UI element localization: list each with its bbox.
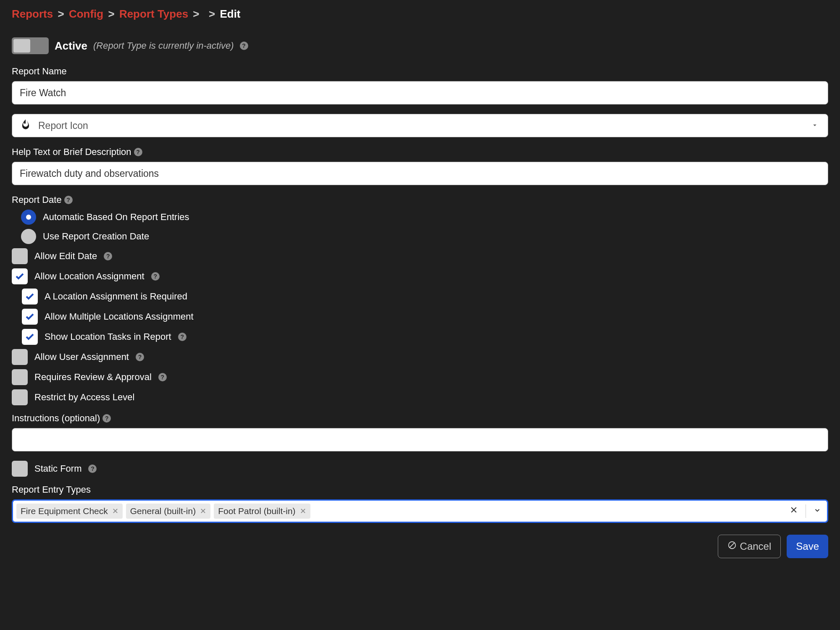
allow-edit-date-label: Allow Edit Date [34, 251, 97, 262]
restrict-access-label: Restrict by Access Level [34, 392, 134, 403]
help-icon[interactable]: ? [134, 148, 142, 156]
tag-remove-icon[interactable]: ✕ [200, 507, 206, 516]
instructions-label: Instructions (optional) ? [12, 413, 828, 424]
checkbox [22, 289, 38, 304]
flame-icon [20, 118, 32, 133]
allow-multi-location-label: Allow Multiple Locations Assignment [45, 311, 194, 322]
breadcrumb-reports[interactable]: Reports [12, 8, 53, 20]
checkbox [12, 248, 28, 264]
help-icon[interactable]: ? [64, 196, 73, 204]
entry-type-tag: Foot Patrol (built-in) ✕ [214, 504, 310, 519]
help-icon[interactable]: ? [136, 353, 144, 361]
help-icon[interactable]: ? [158, 373, 167, 381]
instructions-label-text: Instructions (optional) [12, 413, 100, 424]
entry-types-label: Report Entry Types [12, 484, 828, 495]
tag-label: General (built-in) [130, 506, 196, 516]
caret-down-icon [811, 120, 819, 131]
requires-review-row[interactable]: Requires Review & Approval ? [12, 369, 828, 385]
allow-location-label: Allow Location Assignment [34, 271, 144, 282]
location-required-label: A Location Assignment is Required [45, 291, 187, 302]
active-toggle[interactable] [12, 37, 49, 54]
cancel-label: Cancel [740, 541, 772, 552]
report-icon-placeholder: Report Icon [38, 120, 88, 131]
radio-creation-date[interactable]: Use Report Creation Date [21, 229, 828, 244]
save-label: Save [796, 541, 819, 552]
active-label: Active [55, 39, 87, 52]
report-date-label-text: Report Date [12, 194, 62, 205]
tag-remove-icon[interactable]: ✕ [112, 507, 118, 516]
save-button[interactable]: Save [787, 535, 828, 558]
static-form-row[interactable]: Static Form ? [12, 461, 828, 477]
requires-review-label: Requires Review & Approval [34, 372, 152, 383]
help-icon[interactable]: ? [88, 465, 97, 473]
radio-indicator [21, 229, 36, 244]
allow-user-label: Allow User Assignment [34, 352, 129, 362]
radio-auto-date[interactable]: Automatic Based On Report Entries [21, 210, 828, 225]
show-location-tasks-row[interactable]: Show Location Tasks in Report ? [22, 329, 828, 345]
entry-type-tag: Fire Equipment Check ✕ [16, 504, 123, 519]
breadcrumb-current: Edit [220, 8, 240, 20]
breadcrumb-sep: > [191, 8, 201, 20]
cancel-icon [727, 541, 737, 552]
breadcrumb-sep: > [56, 8, 66, 20]
tag-label: Fire Equipment Check [21, 506, 108, 516]
checkbox [12, 389, 28, 405]
divider [806, 504, 806, 518]
allow-multi-location-row[interactable]: Allow Multiple Locations Assignment [22, 309, 828, 325]
tag-label: Foot Patrol (built-in) [218, 506, 295, 516]
breadcrumb-config[interactable]: Config [69, 8, 103, 20]
help-text-label-text: Help Text or Brief Description [12, 147, 131, 158]
help-icon[interactable]: ? [104, 252, 112, 260]
report-name-input[interactable] [12, 81, 828, 105]
checkbox [12, 369, 28, 385]
clear-all-icon[interactable] [790, 506, 798, 517]
checkbox [22, 329, 38, 345]
help-icon[interactable]: ? [178, 333, 186, 341]
chevron-down-icon[interactable] [814, 506, 821, 517]
radio-creation-label: Use Report Creation Date [43, 231, 149, 242]
radio-indicator [21, 210, 36, 225]
active-sublabel: (Report Type is currently in-active) [93, 40, 234, 51]
breadcrumb-sep: > [204, 8, 217, 20]
help-text-input[interactable] [12, 162, 828, 185]
allow-user-row[interactable]: Allow User Assignment ? [12, 349, 828, 365]
radio-auto-label: Automatic Based On Report Entries [43, 212, 189, 223]
checkbox [12, 349, 28, 365]
help-icon[interactable]: ? [102, 414, 111, 423]
location-required-row[interactable]: A Location Assignment is Required [22, 289, 828, 304]
report-name-label: Report Name [12, 66, 828, 77]
breadcrumb-sep: > [106, 8, 116, 20]
help-icon[interactable]: ? [151, 272, 160, 281]
checkbox [12, 461, 28, 477]
restrict-access-row[interactable]: Restrict by Access Level [12, 389, 828, 405]
allow-edit-date-row[interactable]: Allow Edit Date ? [12, 248, 828, 264]
report-date-label: Report Date ? [12, 194, 828, 205]
help-icon[interactable]: ? [240, 42, 248, 50]
tag-remove-icon[interactable]: ✕ [300, 507, 306, 516]
breadcrumb: Reports > Config > Report Types > > Edit [12, 8, 828, 21]
static-form-label: Static Form [34, 463, 81, 474]
instructions-input[interactable] [12, 428, 828, 452]
checkbox [22, 309, 38, 325]
svg-line-1 [730, 543, 734, 548]
help-text-label: Help Text or Brief Description ? [12, 147, 828, 158]
entry-type-tag: General (built-in) ✕ [126, 504, 210, 519]
entry-types-select[interactable]: Fire Equipment Check ✕ General (built-in… [12, 499, 828, 523]
show-location-tasks-label: Show Location Tasks in Report [45, 331, 171, 342]
cancel-button[interactable]: Cancel [718, 535, 781, 558]
allow-location-row[interactable]: Allow Location Assignment ? [12, 268, 828, 284]
breadcrumb-report-types[interactable]: Report Types [119, 8, 188, 20]
report-icon-select[interactable]: Report Icon [12, 114, 828, 137]
checkbox [12, 268, 28, 284]
